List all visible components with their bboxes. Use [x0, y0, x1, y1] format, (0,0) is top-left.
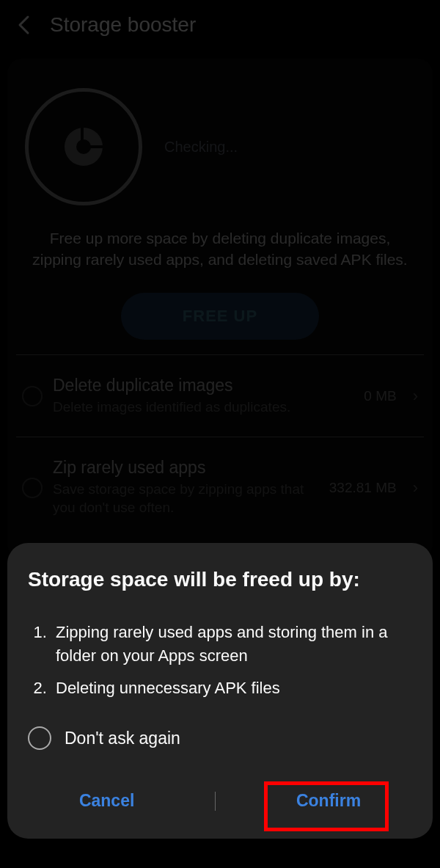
back-icon[interactable]: [15, 16, 32, 34]
confirm-button[interactable]: Confirm: [274, 781, 383, 821]
list-item-duplicate-images[interactable]: Delete duplicate images Delete images id…: [16, 364, 424, 428]
cancel-button[interactable]: Cancel: [57, 781, 156, 821]
dialog-step: Zipping rarely used apps and storing the…: [51, 621, 412, 668]
dont-ask-row[interactable]: Don't ask again: [28, 726, 412, 750]
header-bar: Storage booster: [0, 0, 440, 50]
dont-ask-label: Don't ask again: [65, 729, 180, 748]
radio-icon[interactable]: [28, 726, 51, 750]
confirmation-dialog: Storage space will be freed up by: Zippi…: [7, 543, 433, 839]
item-size: 0 MB: [364, 388, 396, 404]
storage-gauge: [25, 88, 142, 205]
list-item-zip-apps[interactable]: Zip rarely used apps Save storage space …: [16, 446, 424, 528]
status-label: Checking...: [164, 139, 238, 156]
chevron-right-icon: ›: [413, 478, 418, 497]
main-card: Checking... Free up more space by deleti…: [7, 59, 433, 558]
item-subtitle: Delete images identified as duplicates.: [53, 398, 353, 417]
item-size: 332.81 MB: [329, 480, 397, 496]
item-subtitle: Save storage space by zipping apps that …: [53, 481, 319, 517]
description-text: Free up more space by deleting duplicate…: [16, 227, 424, 271]
dialog-title: Storage space will be freed up by:: [28, 568, 412, 591]
dialog-step: Deleting unnecessary APK files: [51, 676, 412, 700]
divider: [16, 437, 424, 437]
item-title: Zip rarely used apps: [53, 458, 319, 478]
divider: [16, 354, 424, 355]
free-up-button[interactable]: FREE UP: [121, 293, 319, 340]
action-separator: [215, 792, 216, 811]
dialog-step-list: Zipping rarely used apps and storing the…: [28, 621, 412, 700]
checkbox-icon[interactable]: [22, 478, 43, 498]
chevron-right-icon: ›: [413, 387, 418, 406]
item-title: Delete duplicate images: [53, 376, 353, 395]
page-title: Storage booster: [50, 13, 196, 37]
dialog-actions: Cancel Confirm: [28, 775, 412, 821]
checkbox-icon[interactable]: [22, 386, 43, 406]
